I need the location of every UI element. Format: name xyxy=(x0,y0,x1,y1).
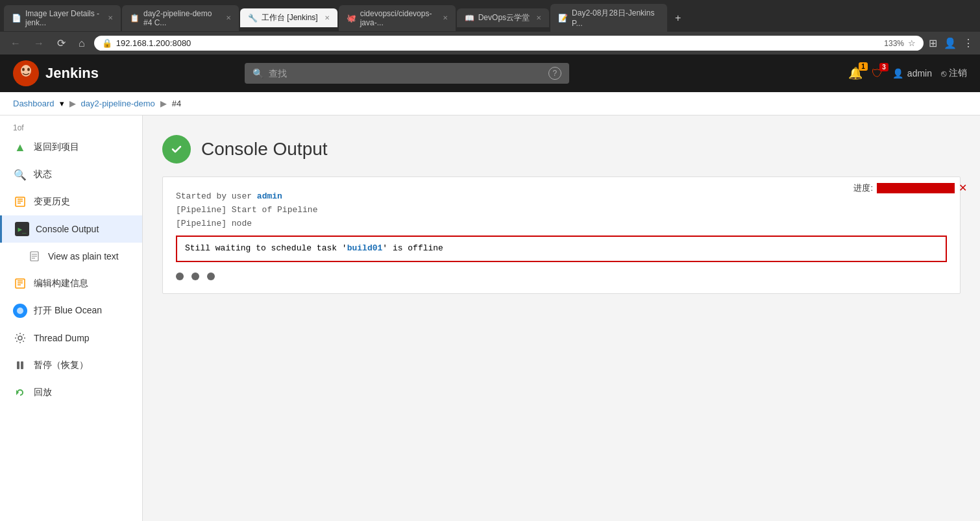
tab-close-icon[interactable]: ✕ xyxy=(108,14,113,21)
tab-close-icon[interactable]: ✕ xyxy=(443,14,448,21)
svg-rect-12 xyxy=(16,279,25,288)
sidebar-item-label: 打开 Blue Ocean xyxy=(34,305,102,317)
console-line-1: Started by user admin xyxy=(176,190,947,204)
search-icon: 🔍 xyxy=(13,167,27,182)
lof-text: 1of xyxy=(0,122,142,134)
search-input[interactable] xyxy=(269,68,543,79)
reload-button[interactable]: ⟳ xyxy=(53,36,69,51)
tab-favicon: 📖 xyxy=(465,14,474,23)
browser-nav: ← → ⟳ ⌂ 🔒 192.168.1.200:8080 133% ☆ ⊞ 👤 … xyxy=(0,32,980,55)
nav-extras: ⊞ 👤 ⋮ xyxy=(929,37,974,49)
tab-label: day2-pipeline-demo #4 C... xyxy=(143,9,219,27)
svg-point-18 xyxy=(18,336,22,340)
replay-icon xyxy=(13,385,27,400)
menu-icon[interactable]: ⋮ xyxy=(963,37,974,49)
tab-day2[interactable]: 📝 Day2-08月28日-Jenkins P... xyxy=(550,4,667,32)
url-display: 192.168.1.200:8080 xyxy=(116,38,881,48)
search-icon: 🔍 xyxy=(252,68,263,79)
new-tab-button[interactable]: + xyxy=(668,8,687,28)
tab-favicon: 🐙 xyxy=(347,14,356,23)
tab-favicon: 📋 xyxy=(130,14,140,23)
breadcrumb-dashboard[interactable]: Dashboard xyxy=(13,99,55,108)
bookmark-icon[interactable]: ☆ xyxy=(908,38,916,48)
sidebar-item-label: 状态 xyxy=(34,169,52,180)
zoom-level: 133% xyxy=(884,39,904,48)
plain-text-icon xyxy=(27,249,42,263)
tab-favicon: 🔧 xyxy=(248,14,258,23)
svg-point-2 xyxy=(22,68,25,71)
main-layout: 1of ▲ 返回到项目 🔍 状态 变更历史 ▶_ Console Output … xyxy=(0,115,980,521)
breadcrumb-project[interactable]: day2-pipeline-demo xyxy=(81,99,155,108)
loading-dots xyxy=(176,273,947,280)
tab-image-layer[interactable]: 📄 Image Layer Details - jenk... ✕ xyxy=(4,5,121,31)
svg-point-22 xyxy=(168,141,185,158)
highlight-line-1: Still waiting to schedule task xyxy=(185,243,337,253)
build-edit-icon xyxy=(13,276,27,291)
jenkins-header: Jenkins 🔍 ? 🔔 1 🛡 3 👤 admin ⎋ 注销 xyxy=(0,55,980,92)
tab-pipeline-demo[interactable]: 📋 day2-pipeline-demo #4 C... ✕ xyxy=(122,5,239,31)
console-output: Started by user admin [Pipeline] Start o… xyxy=(162,176,961,294)
header-actions: 🔔 1 🛡 3 👤 admin ⎋ 注销 xyxy=(848,66,967,80)
breadcrumb-sep1: ▶ xyxy=(69,99,76,108)
progress-label: 进度: xyxy=(853,182,873,194)
extensions-icon[interactable]: ⊞ xyxy=(929,37,937,49)
tab-close-icon[interactable]: ✕ xyxy=(536,14,541,21)
tab-favicon: 📄 xyxy=(12,14,21,23)
console-highlight-box: Still waiting to schedule task 'build01'… xyxy=(176,236,947,262)
tab-devops[interactable]: 📖 DevOps云学堂 ✕ xyxy=(457,8,549,27)
pause-icon xyxy=(13,358,27,372)
tab-github[interactable]: 🐙 cidevopsci/cidevops-java-... ✕ xyxy=(339,5,456,31)
back-button[interactable]: ← xyxy=(6,36,25,51)
home-button[interactable]: ⌂ xyxy=(75,36,89,51)
tab-close-icon[interactable]: ✕ xyxy=(226,14,231,21)
logout-icon: ⎋ xyxy=(941,68,946,79)
sidebar-item-status[interactable]: 🔍 状态 xyxy=(0,161,142,188)
notifications-badge: 1 xyxy=(859,62,868,71)
page-title: Console Output xyxy=(201,139,328,160)
sidebar-item-console-output[interactable]: ▶_ Console Output xyxy=(0,215,142,243)
sidebar-item-thread-dump[interactable]: Thread Dump xyxy=(0,324,142,352)
sidebar-item-label: 暂停（恢复） xyxy=(34,359,88,371)
alerts-button[interactable]: 🛡 3 xyxy=(872,67,883,80)
highlight-line-2: 'build01' is offline xyxy=(342,243,443,253)
sidebar-item-back-to-project[interactable]: ▲ 返回到项目 xyxy=(0,134,142,161)
sidebar-item-replay[interactable]: 回放 xyxy=(0,379,142,406)
user-menu[interactable]: 👤 admin xyxy=(892,68,932,79)
tab-label: Image Layer Details - jenk... xyxy=(25,9,101,27)
sidebar-item-label: 变更历史 xyxy=(34,196,70,208)
address-bar[interactable]: 🔒 192.168.1.200:8080 133% ☆ xyxy=(94,36,924,51)
dot-2 xyxy=(191,273,199,280)
jenkins-logo[interactable]: Jenkins xyxy=(13,60,99,86)
browser-chrome: 📄 Image Layer Details - jenk... ✕ 📋 day2… xyxy=(0,0,980,55)
user-link[interactable]: admin xyxy=(257,191,282,201)
security-icon: 🔒 xyxy=(102,38,112,48)
sidebar-item-label: 回放 xyxy=(34,387,52,398)
sidebar-item-change-history[interactable]: 变更历史 xyxy=(0,188,142,215)
forward-button[interactable]: → xyxy=(30,36,48,51)
browser-tabs: 📄 Image Layer Details - jenk... ✕ 📋 day2… xyxy=(0,0,980,32)
logout-button[interactable]: ⎋ 注销 xyxy=(941,67,967,79)
search-help-icon[interactable]: ? xyxy=(548,67,561,80)
breadcrumb-sep2: ▶ xyxy=(160,99,167,108)
notifications-button[interactable]: 🔔 1 xyxy=(848,66,863,80)
sidebar-item-blue-ocean[interactable]: 打开 Blue Ocean xyxy=(0,297,142,324)
progress-close-button[interactable]: ✕ xyxy=(959,182,967,194)
tab-label: DevOps云学堂 xyxy=(478,12,530,23)
svg-rect-19 xyxy=(17,361,19,369)
tab-jenkins[interactable]: 🔧 工作台 [Jenkins] ✕ xyxy=(240,8,337,27)
user-profile-icon[interactable]: 👤 xyxy=(944,37,957,49)
tab-close-icon[interactable]: ✕ xyxy=(325,14,330,21)
username-label: admin xyxy=(907,68,932,79)
node-name-link[interactable]: build01 xyxy=(347,243,383,253)
sidebar-item-edit-build-info[interactable]: 编辑构建信息 xyxy=(0,270,142,297)
sidebar-item-view-plain-text[interactable]: View as plain text xyxy=(0,243,142,270)
svg-rect-20 xyxy=(21,361,23,369)
success-check-icon xyxy=(162,135,191,164)
jenkins-logo-image xyxy=(13,60,39,86)
sidebar-item-pause[interactable]: 暂停（恢复） xyxy=(0,352,142,379)
search-container: 🔍 ? xyxy=(245,63,569,84)
tab-label: Day2-08月28日-Jenkins P... xyxy=(572,8,659,28)
breadcrumb-build: #4 xyxy=(172,99,181,108)
breadcrumb-dropdown-icon[interactable]: ▾ xyxy=(60,99,64,108)
sidebar-item-label: 编辑构建信息 xyxy=(34,278,88,289)
